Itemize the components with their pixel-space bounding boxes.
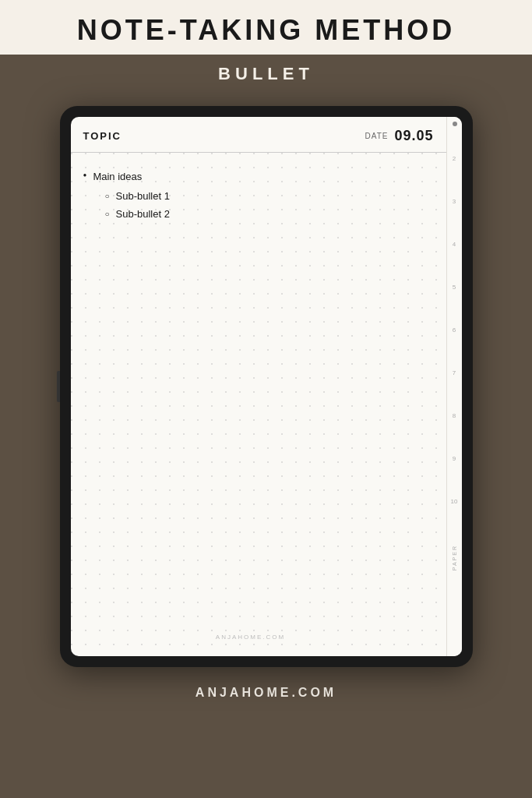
tablet-side-button (57, 371, 60, 402)
tablet-footer-watermark: ANJAHOME.COM (71, 634, 431, 641)
sub-bullet-item-1: ○ Sub-bullet 1 (105, 190, 434, 202)
tablet-screen: TOPIC DATE 09.05 • Main ideas (71, 117, 462, 656)
main-idea-item: • Main ideas (83, 170, 434, 182)
sub-bullet-text-2: Sub-bullet 2 (116, 208, 170, 220)
note-header: TOPIC DATE 09.05 (71, 117, 446, 153)
main-idea-text: Main ideas (93, 171, 142, 182)
dot-grid (71, 153, 446, 656)
sidebar-num-6: 6 (453, 327, 456, 334)
tablet-device: TOPIC DATE 09.05 • Main ideas (60, 106, 473, 667)
sidebar-num-3: 3 (453, 199, 456, 205)
bullet-main-icon: • (83, 170, 87, 182)
sidebar-paper-label: PAPER (452, 545, 457, 570)
sidebar-num-10: 10 (451, 499, 458, 505)
sidebar-num-2: 2 (453, 156, 456, 162)
dotted-paper: • Main ideas ○ Sub-bullet 1 ○ Sub-bullet… (71, 153, 446, 656)
page-title: NOTE-TAKING METHOD (0, 0, 532, 55)
subtitle-text: BULLET (218, 64, 314, 83)
subtitle-bar: BULLET (0, 55, 532, 94)
sidebar-num-8: 8 (453, 413, 456, 419)
bullet-notes: • Main ideas ○ Sub-bullet 1 ○ Sub-bullet… (83, 165, 434, 220)
bullet-sub-icon-2: ○ (105, 210, 110, 218)
sidebar-num-5: 5 (453, 284, 456, 291)
bottom-website-label: ANJAHOME.COM (196, 686, 336, 700)
date-label: DATE (365, 132, 389, 140)
date-value: 09.05 (394, 128, 433, 144)
screen-dot (453, 122, 457, 126)
sidebar-num-7: 7 (453, 370, 456, 376)
bullet-sub-icon-1: ○ (105, 192, 110, 200)
page-sidebar-numbers: 2 3 4 5 6 7 8 9 10 PAPER (446, 117, 462, 656)
sidebar-num-4: 4 (453, 242, 456, 248)
sub-bullet-item-2: ○ Sub-bullet 2 (105, 208, 434, 220)
note-content-area: TOPIC DATE 09.05 • Main ideas (71, 117, 446, 656)
date-area: DATE 09.05 (365, 128, 434, 144)
sub-bullet-text-1: Sub-bullet 1 (116, 190, 170, 202)
topic-label: TOPIC (83, 130, 122, 142)
sidebar-num-9: 9 (453, 456, 456, 462)
